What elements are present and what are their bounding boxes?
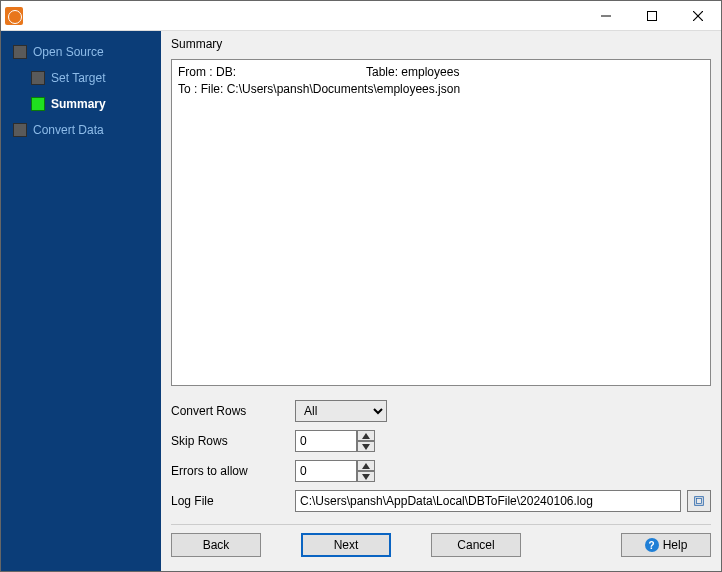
- errors-label: Errors to allow: [171, 464, 295, 478]
- skip-rows-down-button[interactable]: [357, 441, 375, 452]
- errors-down-button[interactable]: [357, 471, 375, 482]
- minimize-icon: [601, 11, 611, 21]
- svg-marker-6: [362, 463, 370, 469]
- summary-heading: Summary: [171, 37, 711, 51]
- log-file-input[interactable]: [295, 490, 681, 512]
- nav-label: Set Target: [51, 71, 105, 85]
- step-box-icon: [13, 123, 27, 137]
- errors-input[interactable]: [295, 460, 357, 482]
- convert-rows-label: Convert Rows: [171, 404, 295, 418]
- cancel-button[interactable]: Cancel: [431, 533, 521, 557]
- summary-from-table: Table: employees: [366, 64, 459, 81]
- nav-label: Convert Data: [33, 123, 104, 137]
- errors-up-button[interactable]: [357, 460, 375, 471]
- svg-rect-9: [697, 499, 702, 504]
- log-file-browse-button[interactable]: [687, 490, 711, 512]
- skip-rows-input[interactable]: [295, 430, 357, 452]
- step-box-icon: [13, 45, 27, 59]
- wizard-footer: Back Next Cancel ? Help: [171, 524, 711, 561]
- nav-open-source[interactable]: Open Source: [9, 39, 161, 65]
- chevron-up-icon: [362, 433, 370, 439]
- summary-from-label: From : DB:: [178, 64, 366, 81]
- chevron-down-icon: [362, 474, 370, 480]
- svg-rect-8: [695, 497, 704, 506]
- nav-label: Open Source: [33, 45, 104, 59]
- svg-marker-7: [362, 474, 370, 480]
- close-icon: [693, 11, 703, 21]
- log-file-label: Log File: [171, 494, 295, 508]
- titlebar: [1, 1, 721, 31]
- close-button[interactable]: [675, 1, 721, 31]
- wizard-sidebar: Open Source Set Target Summary Convert D…: [1, 31, 161, 571]
- help-icon: ?: [645, 538, 659, 552]
- maximize-icon: [647, 11, 657, 21]
- back-button[interactable]: Back: [171, 533, 261, 557]
- help-button[interactable]: ? Help: [621, 533, 711, 557]
- nav-label: Summary: [51, 97, 106, 111]
- next-button[interactable]: Next: [301, 533, 391, 557]
- svg-marker-4: [362, 433, 370, 439]
- maximize-button[interactable]: [629, 1, 675, 31]
- minimize-button[interactable]: [583, 1, 629, 31]
- convert-rows-select[interactable]: All: [295, 400, 387, 422]
- step-box-icon: [31, 97, 45, 111]
- app-icon: [5, 7, 23, 25]
- chevron-up-icon: [362, 463, 370, 469]
- nav-summary[interactable]: Summary: [27, 91, 161, 117]
- svg-rect-1: [648, 11, 657, 20]
- nav-set-target[interactable]: Set Target: [27, 65, 161, 91]
- skip-rows-up-button[interactable]: [357, 430, 375, 441]
- svg-marker-5: [362, 444, 370, 450]
- skip-rows-label: Skip Rows: [171, 434, 295, 448]
- summary-textbox[interactable]: From : DB: Table: employees To : File: C…: [171, 59, 711, 386]
- nav-convert-data[interactable]: Convert Data: [9, 117, 161, 143]
- chevron-down-icon: [362, 444, 370, 450]
- options-grid: Convert Rows All Skip Rows Errors to all…: [171, 400, 711, 512]
- main-panel: Summary From : DB: Table: employees To :…: [161, 31, 721, 571]
- summary-to-line: To : File: C:\Users\pansh\Documents\empl…: [178, 81, 704, 98]
- browse-icon: [694, 494, 704, 508]
- step-box-icon: [31, 71, 45, 85]
- app-window: Open Source Set Target Summary Convert D…: [0, 0, 722, 572]
